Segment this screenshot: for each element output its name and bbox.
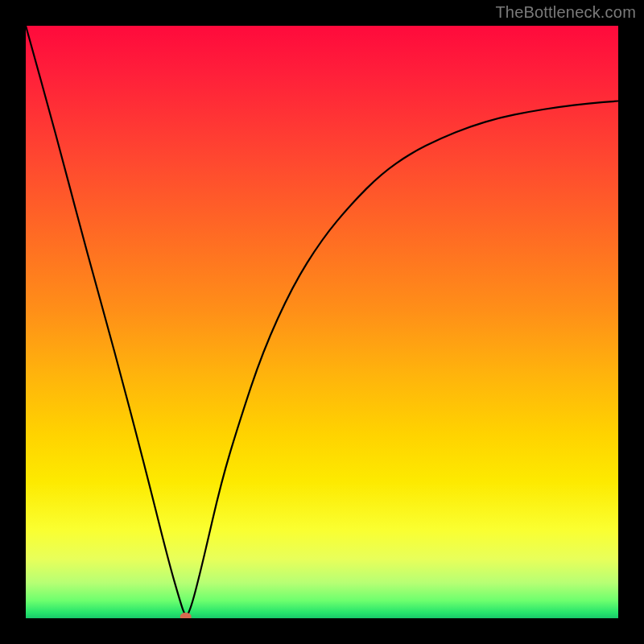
- watermark-text: TheBottleneck.com: [495, 3, 636, 22]
- minimum-marker: [180, 613, 192, 618]
- bottleneck-curve: [26, 26, 618, 615]
- chart-frame: TheBottleneck.com: [0, 0, 644, 644]
- plot-area: [26, 26, 618, 618]
- curve-layer: [26, 26, 618, 618]
